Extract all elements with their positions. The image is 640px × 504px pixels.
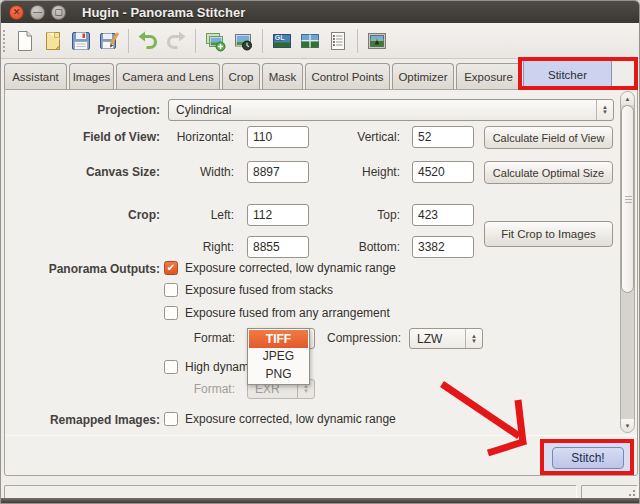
toolbar-separator <box>195 29 196 53</box>
stitch-button[interactable]: Stitch! <box>552 447 624 469</box>
checkbox-unchecked-icon[interactable] <box>164 306 178 320</box>
hdr-option-row: High dynam <box>164 359 249 375</box>
redo-icon[interactable] <box>163 27 189 55</box>
window-title: Hugin - Panorama Stitcher <box>82 5 245 20</box>
remapped-images-label: Remapped Images: <box>13 413 160 427</box>
horizontal-fov-input[interactable] <box>247 126 309 148</box>
hdr-format-label: Format: <box>155 382 235 396</box>
tab-images[interactable]: Images <box>69 63 114 89</box>
spinner-arrows-icon[interactable]: ▲▼ <box>465 329 482 348</box>
spinner-arrows-icon[interactable]: ▲▼ <box>596 100 613 120</box>
menu-item-png[interactable]: PNG <box>249 365 308 383</box>
calculate-optimal-size-button[interactable]: Calculate Optimal Size <box>484 161 613 184</box>
compression-value: LZW <box>410 332 465 346</box>
stitcher-panel: Projection: Cylindrical ▲▼ Field of View… <box>4 89 638 476</box>
width-label: Width: <box>155 165 234 179</box>
tab-stitcher[interactable]: Stitcher <box>523 59 612 89</box>
tab-optimizer[interactable]: Optimizer <box>392 63 454 89</box>
crop-left-input[interactable] <box>247 204 309 226</box>
tab-control-points[interactable]: Control Points <box>305 63 390 89</box>
remapped-option-label: Exposure corrected, low dynamic range <box>185 412 396 426</box>
titlebar: ✕ — ▢ Hugin - Panorama Stitcher <box>1 1 639 23</box>
format-label: Format: <box>155 331 235 345</box>
add-images-icon[interactable] <box>202 27 228 55</box>
format-dropdown-menu: TIFF JPEG PNG <box>247 328 310 385</box>
crop-bottom-input[interactable] <box>412 236 474 258</box>
height-label: Height: <box>320 165 400 179</box>
output-option-label: Exposure fused from any arrangement <box>185 306 390 320</box>
scroll-down-icon[interactable]: ▼ <box>621 419 634 432</box>
crop-bottom-label: Bottom: <box>320 240 400 254</box>
vertical-fov-input[interactable] <box>412 126 474 148</box>
crop-top-label: Top: <box>320 208 400 222</box>
canvas-width-input[interactable] <box>247 161 309 183</box>
horizontal-label: Horizontal: <box>155 130 234 144</box>
canvas-height-input[interactable] <box>412 161 474 183</box>
tab-exposure[interactable]: Exposure <box>456 63 521 89</box>
toolbar-separator <box>128 29 129 53</box>
output-option-label: Exposure fused from stacks <box>185 283 333 297</box>
menu-item-jpeg[interactable]: JPEG <box>249 348 308 366</box>
output-option-row: Exposure fused from stacks <box>164 282 333 298</box>
resize-grip-icon[interactable] <box>627 490 635 498</box>
open-project-icon[interactable] <box>40 27 66 55</box>
toolbar: GL <box>1 23 639 59</box>
maximize-icon[interactable]: ▢ <box>51 5 66 20</box>
panorama-outputs-label: Panorama Outputs: <box>13 262 160 276</box>
toolbar-separator <box>357 29 358 53</box>
save-project-icon[interactable] <box>68 27 94 55</box>
calculate-field-of-view-button[interactable]: Calculate Field of View <box>484 126 613 149</box>
checkbox-unchecked-icon[interactable] <box>164 283 178 297</box>
hdr-option-label: High dynam <box>185 360 249 374</box>
crop-right-input[interactable] <box>247 236 309 258</box>
vertical-label: Vertical: <box>320 130 400 144</box>
scrollbar-thumb[interactable] <box>621 105 634 293</box>
tab-assistant[interactable]: Assistant <box>4 63 67 89</box>
scroll-up-icon[interactable]: ▲ <box>621 92 634 105</box>
stitch-button-annotation-box: Stitch! <box>540 439 634 475</box>
projection-label: Projection: <box>13 103 160 117</box>
menu-item-tiff[interactable]: TIFF <box>249 330 308 348</box>
tab-crop[interactable]: Crop <box>222 63 260 89</box>
save-project-as-icon[interactable] <box>96 27 122 55</box>
panel-separator <box>5 435 637 436</box>
toolbar-separator <box>262 29 263 53</box>
remapped-option-row: Exposure corrected, low dynamic range <box>164 411 396 427</box>
batch-processor-list-icon[interactable] <box>325 27 351 55</box>
output-option-row: ✔ Exposure corrected, low dynamic range <box>164 260 396 276</box>
fit-crop-to-images-button[interactable]: Fit Crop to Images <box>484 221 613 247</box>
tab-mask[interactable]: Mask <box>262 63 303 89</box>
crop-top-input[interactable] <box>412 204 474 226</box>
new-project-icon[interactable] <box>12 27 38 55</box>
output-option-label: Exposure corrected, low dynamic range <box>185 261 396 275</box>
crop-label: Crop: <box>13 208 160 222</box>
output-option-row: Exposure fused from any arrangement <box>164 305 390 321</box>
projection-value: Cylindrical <box>169 103 596 117</box>
field-of-view-label: Field of View: <box>13 130 160 144</box>
tab-camera-and-lens[interactable]: Camera and Lens <box>116 63 220 89</box>
canvas-size-label: Canvas Size: <box>13 165 160 179</box>
vertical-scrollbar[interactable]: ▲ ▼ <box>620 91 635 433</box>
compression-label: Compression: <box>323 331 401 345</box>
crop-left-label: Left: <box>155 208 234 222</box>
gl-preview-icon[interactable]: GL <box>269 27 295 55</box>
checkbox-unchecked-icon[interactable] <box>164 412 178 426</box>
tab-bar: Assistant Images Camera and Lens Crop Ma… <box>4 59 614 89</box>
toolbar-grip[interactable] <box>3 30 7 52</box>
add-time-series-images-icon[interactable] <box>230 27 256 55</box>
checkbox-unchecked-icon[interactable] <box>164 360 178 374</box>
fast-preview-icon[interactable] <box>297 27 323 55</box>
checkbox-checked-icon[interactable]: ✔ <box>164 261 178 275</box>
minimize-icon[interactable]: — <box>30 5 45 20</box>
projection-select[interactable]: Cylindrical ▲▼ <box>168 99 614 121</box>
preview-panorama-window-icon[interactable] <box>364 27 390 55</box>
close-icon[interactable]: ✕ <box>9 5 24 20</box>
crop-right-label: Right: <box>155 240 234 254</box>
undo-icon[interactable] <box>135 27 161 55</box>
compression-select[interactable]: LZW ▲▼ <box>409 328 483 349</box>
hugin-window: ✕ — ▢ Hugin - Panorama Stitcher <box>0 0 640 504</box>
svg-text:GL: GL <box>275 34 285 41</box>
window-bottom-edge <box>1 498 639 503</box>
